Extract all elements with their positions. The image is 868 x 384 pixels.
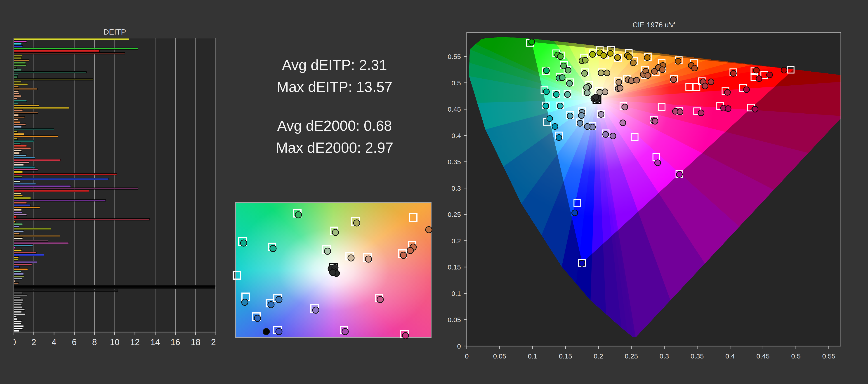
- measured-point: [652, 118, 658, 124]
- measured-point: [566, 81, 572, 86]
- cie-y-tick-label: 0.05: [448, 316, 461, 323]
- measured-point: [644, 55, 650, 61]
- deitp-bar: [13, 197, 31, 199]
- deitp-bar: [13, 214, 27, 216]
- deitp-bar: [13, 273, 24, 275]
- measured-point: [677, 171, 682, 177]
- cie-x-tick-label: 0.05: [493, 352, 506, 360]
- deitp-bar: [13, 230, 24, 232]
- cie-y-tick-label: 0.45: [448, 105, 461, 113]
- deitp-bar: [13, 138, 18, 139]
- measured-point: [671, 77, 676, 83]
- deitp-bar: [13, 287, 215, 289]
- deitp-x-tick-label: 4: [52, 338, 56, 347]
- cie-x-tick-label: 0.25: [625, 352, 638, 360]
- avg-deitp-value: Avg dEITP: 2.31: [249, 54, 421, 76]
- measured-point: [604, 70, 610, 76]
- deitp-bar: [13, 209, 22, 211]
- deitp-bar: [13, 330, 19, 331]
- deitp-bar: [13, 114, 19, 116]
- deitp-chart-title: DEITP: [13, 28, 216, 36]
- cie-chart-title: CIE 1976 u'v': [467, 21, 841, 29]
- deitp-bar: [13, 126, 22, 128]
- measured-point: [767, 72, 773, 78]
- deitp-bar: [13, 157, 35, 159]
- deitp-bar: [13, 325, 24, 327]
- measured-point: [598, 111, 604, 117]
- measured-point: [610, 133, 616, 139]
- deitp-bar: [13, 226, 19, 227]
- measured-point: [567, 113, 573, 119]
- measured-point: [556, 135, 562, 140]
- deitp-bar: [13, 254, 44, 256]
- measured-point: [547, 116, 553, 122]
- measured-point: [702, 83, 708, 89]
- measured-point: [659, 67, 665, 72]
- deitp-bar: [13, 62, 26, 64]
- stats-spacer: [249, 98, 421, 115]
- measured-point: [240, 239, 247, 247]
- deitp-bar: [13, 283, 19, 284]
- measured-point: [275, 328, 282, 335]
- deitp-bar: [13, 159, 61, 161]
- deitp-bar: [13, 41, 27, 42]
- deitp-bar: [13, 64, 26, 66]
- cie-x-tick-label: 0.55: [822, 352, 835, 360]
- deitp-x-tick-label: 16: [170, 338, 180, 347]
- deitp-bar: [13, 74, 18, 75]
- measured-point: [529, 39, 535, 45]
- measured-point: [633, 77, 640, 83]
- deitp-bar: [13, 318, 17, 320]
- measured-point: [626, 54, 632, 60]
- measured-point: [724, 90, 730, 95]
- deitp-bar: [13, 278, 22, 280]
- deitp-bar: [13, 69, 22, 71]
- deitp-bar: [13, 57, 22, 59]
- measured-point: [295, 212, 302, 218]
- max-deitp-value: Max dEITP: 13.57: [249, 76, 421, 98]
- cie-y-tick-label: 0.2: [452, 237, 461, 245]
- measured-point: [365, 256, 372, 263]
- deitp-bar: [13, 121, 20, 123]
- deitp-bar: [13, 268, 28, 270]
- deitp-bar: [13, 38, 129, 40]
- deitp-bar: [13, 83, 28, 85]
- deitp-bar: [13, 304, 22, 306]
- deitp-bar: [13, 135, 58, 137]
- deitp-bar: [13, 192, 21, 194]
- deitp-bar: [13, 309, 25, 310]
- cie-y-tick-label: 0.55: [448, 53, 461, 60]
- deitp-bar: [13, 323, 21, 325]
- measured-point: [590, 52, 595, 57]
- deitp-x-tick-label: 14: [150, 338, 160, 347]
- deitp-x-tick-label: 10: [110, 338, 119, 347]
- deitp-bar: [13, 162, 29, 163]
- deitp-bar: [13, 266, 20, 268]
- measured-point: [753, 67, 759, 73]
- color-plane-chart: [235, 202, 432, 338]
- deitp-bar: [13, 328, 23, 329]
- cie-y-tick-label: 0: [457, 343, 461, 350]
- measured-point: [559, 74, 565, 81]
- deitp-bar: [13, 169, 38, 170]
- deitp-bar: [13, 55, 22, 57]
- measured-point: [781, 67, 787, 73]
- measured-point: [270, 245, 276, 252]
- whitepoint-measured-point: [593, 94, 599, 100]
- deitp-bar: [13, 152, 20, 154]
- deitp-bar: [13, 100, 27, 102]
- deitp-bar: [13, 212, 22, 213]
- deitp-bar: [13, 223, 23, 225]
- measured-point: [616, 79, 622, 85]
- deitp-bar: [13, 290, 118, 291]
- deitp-bar: [13, 228, 51, 230]
- cie-y-tick-label: 0.15: [448, 263, 461, 271]
- measured-point: [622, 104, 628, 110]
- measured-point: [584, 124, 590, 129]
- deitp-bar: [13, 53, 125, 54]
- deitp-bar: [13, 245, 33, 246]
- measured-point: [708, 79, 714, 85]
- deitp-x-tick-label: 8: [92, 338, 97, 347]
- deitp-bar: [13, 143, 21, 145]
- measured-point: [561, 63, 566, 69]
